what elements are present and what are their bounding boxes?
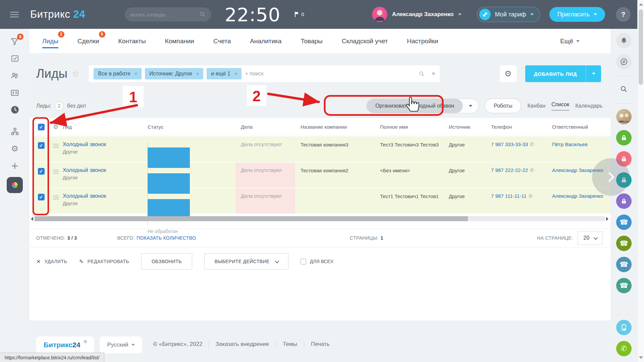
col-header-responsible[interactable]: Ответственный	[552, 124, 610, 130]
scroll-right-overlay-button[interactable]	[592, 158, 630, 196]
footer-link-implementation[interactable]: Заказать внедрение	[215, 341, 269, 348]
show-count-link[interactable]: ПОКАЗАТЬ КОЛИЧЕСТВО	[137, 235, 196, 241]
row-checkbox[interactable]: ✓	[38, 168, 45, 175]
filter-chip[interactable]: Все в работе×	[94, 68, 142, 79]
phone-steel-button[interactable]: ☎	[616, 257, 632, 272]
cold-call-button[interactable]: Организовать холодный обзвон	[366, 99, 479, 113]
lead-title-link[interactable]: Холодный звонок	[63, 193, 106, 199]
messenger-button[interactable]	[616, 54, 632, 69]
view-list[interactable]: Список	[551, 102, 569, 111]
columns-gear-icon[interactable]: ⚙	[53, 123, 58, 130]
mobile-device-button[interactable]	[616, 320, 632, 335]
add-lead-dropdown[interactable]	[586, 65, 601, 82]
language-select[interactable]: Русский	[100, 337, 142, 353]
tab-invoices[interactable]: Счета	[213, 36, 231, 46]
sidebar-search-button[interactable]	[616, 81, 632, 97]
clock[interactable]: 22:50	[225, 4, 280, 25]
edit-button[interactable]: ✎РЕДАКТИРОВАТЬ	[79, 258, 129, 265]
footer-logo-button[interactable]: Битрикс24 ⊙	[36, 337, 94, 353]
tab-companies[interactable]: Компании	[165, 36, 194, 46]
row-menu-icon[interactable]	[49, 188, 63, 214]
add-lead-button[interactable]: ДОБАВИТЬ ЛИД	[525, 65, 601, 82]
tab-settings[interactable]: Настройки	[407, 36, 438, 46]
browser-scrollbar[interactable]	[637, 0, 644, 362]
call-handset-button[interactable]: ✆	[616, 341, 632, 356]
phone-blue-button[interactable]: ☎	[616, 215, 632, 230]
lock-green-button[interactable]	[616, 130, 632, 145]
sidebar-item-time-history[interactable]	[0, 101, 30, 118]
flag-counter[interactable]: 0	[294, 11, 304, 17]
row-menu-icon[interactable]	[49, 137, 63, 162]
user-menu[interactable]: Александр Захаренко	[372, 7, 462, 22]
lead-title-link[interactable]: Холодный звонок	[63, 141, 106, 147]
lead-title-link[interactable]: Холодный звонок	[63, 167, 106, 173]
filter-search-box[interactable]: Все в работе× Источник: Другое× и ещё 1×…	[89, 65, 440, 82]
footer-link-themes[interactable]: Темы	[283, 341, 297, 348]
grid-settings-button[interactable]: ⚙	[500, 65, 517, 82]
filter-chip[interactable]: Источник: Другое×	[145, 68, 203, 79]
sidebar-item-settings[interactable]: ⚙	[0, 140, 30, 157]
search-icon[interactable]	[419, 71, 425, 77]
delete-button[interactable]: ✕УДАЛИТЬ	[36, 258, 67, 265]
scrollbar-down-arrow[interactable]	[639, 356, 643, 359]
tab-warehouse[interactable]: Складской учет	[342, 36, 388, 46]
filter-search-input[interactable]	[245, 71, 415, 77]
my-plan-button[interactable]: Мой тариф	[477, 7, 540, 22]
responsible-link[interactable]: Александр Захаренко	[552, 193, 610, 199]
user-avatar[interactable]	[372, 7, 387, 22]
clear-filter-icon[interactable]: ×	[432, 70, 435, 77]
per-page-select[interactable]: 20	[578, 231, 602, 245]
scrollbar-up-arrow[interactable]	[639, 3, 643, 6]
view-calendar[interactable]: Календарь	[575, 103, 602, 109]
robots-button[interactable]: Роботы	[485, 99, 521, 113]
sidebar-item-market[interactable]	[7, 177, 23, 193]
main-menu-icon[interactable]	[10, 10, 19, 19]
scrollbar-thumb[interactable]	[35, 216, 468, 221]
chip-remove-icon[interactable]: ×	[196, 71, 199, 76]
invite-button[interactable]: Пригласить	[549, 7, 605, 22]
cold-call-dropdown[interactable]	[463, 99, 478, 113]
col-header-company[interactable]: Название компании	[295, 124, 375, 130]
phone-teal-button[interactable]: ☎	[616, 278, 632, 293]
tab-contacts[interactable]: Контакты	[118, 36, 146, 46]
chip-remove-icon[interactable]: ×	[234, 71, 237, 76]
phone-olive-button[interactable]: ☎	[616, 236, 632, 251]
for-all-checkbox-row[interactable]: ДЛЯ ВСЕХ	[301, 259, 333, 264]
scroll-right-arrow[interactable]	[606, 217, 608, 221]
sidebar-item-filter-funnel[interactable]: 8	[0, 33, 30, 50]
sidebar-item-employees[interactable]	[0, 67, 30, 84]
tab-deals[interactable]: Сделки6	[77, 36, 99, 46]
sidebar-item-contact-card[interactable]	[0, 84, 30, 101]
select-all-checkbox[interactable]: ✓	[38, 124, 45, 130]
col-header-lead[interactable]: Лид	[63, 124, 148, 130]
sidebar-item-add[interactable]: +	[0, 157, 30, 174]
sidebar-item-tasks[interactable]	[0, 50, 30, 67]
col-header-activities[interactable]: Дела	[235, 124, 295, 130]
lock-purple-button[interactable]	[616, 193, 632, 209]
team-avatar[interactable]	[616, 109, 632, 124]
employee-search[interactable]	[125, 7, 211, 21]
footer-link-print[interactable]: Печать	[311, 341, 330, 348]
col-header-phone[interactable]: Телефон	[488, 124, 552, 130]
phone-link[interactable]: 7 987 333-33-33	[491, 141, 528, 147]
col-header-fullname[interactable]: Полное имя	[375, 124, 443, 130]
scroll-left-arrow[interactable]	[31, 217, 33, 221]
tab-leads[interactable]: Лиды2	[42, 36, 58, 46]
employee-search-input[interactable]	[130, 12, 199, 17]
responsible-link[interactable]: Пётр Васильев	[552, 141, 610, 147]
filter-chip[interactable]: и ещё 1×	[207, 68, 241, 79]
row-checkbox[interactable]: ✓	[38, 142, 45, 149]
help-button[interactable]: ?	[616, 7, 631, 22]
cold-call-label[interactable]: Организовать холодный обзвон	[367, 99, 463, 113]
phone-link[interactable]: 7 987 222-22-22	[491, 167, 528, 173]
bitrix-logo[interactable]: Битрикс 24	[30, 8, 85, 20]
row-menu-icon[interactable]	[49, 163, 63, 188]
call-all-button[interactable]: ОБЗВОНИТЬ	[141, 253, 192, 269]
for-all-checkbox[interactable]	[301, 259, 306, 264]
choose-action-select[interactable]: ВЫБЕРИТЕ ДЕЙСТВИЕ	[204, 253, 288, 269]
notifications-bell-button[interactable]	[616, 33, 632, 48]
chip-remove-icon[interactable]: ×	[135, 71, 137, 76]
sidebar-item-company-structure[interactable]	[0, 123, 30, 140]
tab-analytics[interactable]: Аналитика	[250, 36, 281, 46]
row-checkbox[interactable]: ✓	[38, 194, 45, 200]
